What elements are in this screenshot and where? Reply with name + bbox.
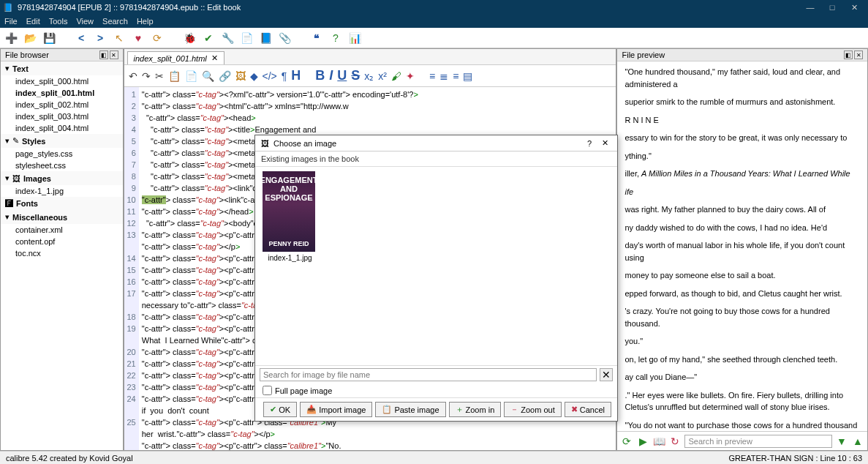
zoom-in-button[interactable]: ＋Zoom in xyxy=(449,402,502,417)
file-item[interactable]: content.opf xyxy=(1,236,123,247)
file-item[interactable]: index_split_001.html xyxy=(1,87,123,99)
pv-close-icon[interactable]: ✕ xyxy=(854,50,863,59)
menu-tools[interactable]: Tools xyxy=(49,17,68,26)
strike-icon[interactable]: S xyxy=(351,68,360,83)
tool-icon[interactable]: 🔧 xyxy=(221,31,234,45)
back-icon[interactable]: < xyxy=(75,31,88,45)
search-icon[interactable]: 🔍 xyxy=(202,70,214,82)
editor-toolbar: ↶ ↷ ✂ 📋 📄 🔍 🔗 🖼 ◆ </> ¶ H B I U S x₂ x² … xyxy=(124,65,616,87)
cancel-button[interactable]: ✖Cancel xyxy=(565,402,611,417)
paste-icon[interactable]: 📄 xyxy=(185,70,197,82)
color-icon[interactable]: ◆ xyxy=(250,70,258,82)
section-images: Images xyxy=(23,174,51,183)
refresh-icon[interactable]: ⟳ xyxy=(151,31,164,45)
clear-search-icon[interactable]: ✕ xyxy=(600,368,613,381)
menu-help[interactable]: Help xyxy=(137,17,154,26)
help-icon[interactable]: ? xyxy=(329,31,342,45)
menu-view[interactable]: View xyxy=(76,17,94,26)
underline-icon[interactable]: U xyxy=(337,68,347,83)
file-item[interactable]: page_styles.css xyxy=(1,148,123,160)
cut-icon[interactable]: ✂ xyxy=(155,70,164,82)
full-page-checkbox[interactable] xyxy=(263,386,272,395)
titlebar: 📘 9781942874904 [EPUB 2] :: 978194287490… xyxy=(0,0,868,15)
status-left: calibre 5.42 created by Kovid Goyal xyxy=(6,454,133,463)
file-item[interactable]: toc.ncx xyxy=(1,247,123,259)
down-icon[interactable]: ▼ xyxy=(835,435,848,448)
italic-icon[interactable]: I xyxy=(329,68,333,83)
file-item[interactable]: index_split_002.html xyxy=(1,99,123,111)
chart-icon[interactable]: 📊 xyxy=(348,31,361,45)
clip-icon[interactable]: 📎 xyxy=(278,31,291,45)
preview-search-input[interactable]: Search in preview xyxy=(684,435,832,448)
heart-icon[interactable]: ♥ xyxy=(132,31,145,45)
play-icon[interactable]: ▶ xyxy=(636,435,649,448)
heading-icon[interactable]: H xyxy=(291,68,301,83)
undo-icon[interactable]: ↶ xyxy=(129,70,137,82)
word-icon[interactable]: 📘 xyxy=(259,31,272,45)
editor-tabs: index_split_001.html ✕ xyxy=(124,49,616,65)
statusbar: calibre 5.42 created by Kovid Goyal GREA… xyxy=(0,451,868,464)
file-item[interactable]: index_split_000.html xyxy=(1,75,123,87)
pv-float-icon[interactable]: ◧ xyxy=(844,50,853,59)
collapse-icon[interactable]: ▾ xyxy=(5,64,10,73)
para-icon[interactable]: ¶ xyxy=(282,70,287,82)
wand-icon[interactable]: ✦ xyxy=(406,70,415,82)
file-browser-title: File browser xyxy=(5,50,49,59)
redo-icon[interactable]: ↷ xyxy=(142,70,151,82)
tab-close-icon[interactable]: ✕ xyxy=(211,53,218,63)
fb-float-icon[interactable]: ◧ xyxy=(99,50,108,59)
file-item[interactable]: index_split_003.html xyxy=(1,111,123,122)
zoom-out-button[interactable]: －Zoom out xyxy=(504,402,561,417)
menu-file[interactable]: File xyxy=(4,17,18,26)
refresh2-icon[interactable]: ↻ xyxy=(668,435,682,448)
subscript-icon[interactable]: x₂ xyxy=(364,70,374,82)
up-icon[interactable]: ↖ xyxy=(113,31,126,45)
link-icon[interactable]: 🔗 xyxy=(219,70,231,82)
align-center-icon[interactable]: ≣ xyxy=(439,70,448,82)
collapse-icon[interactable]: ▾ xyxy=(5,173,10,183)
book-icon[interactable]: 📖 xyxy=(652,435,665,448)
brush-icon[interactable]: 🖌 xyxy=(391,70,401,82)
fb-close-icon[interactable]: ✕ xyxy=(110,50,118,59)
reload-icon[interactable]: ⟳ xyxy=(620,435,633,448)
close-button[interactable]: ✕ xyxy=(843,3,865,12)
doc-icon[interactable]: 📄 xyxy=(240,31,253,45)
file-item[interactable]: container.xml xyxy=(1,224,123,236)
dialog-close-icon[interactable]: ✕ xyxy=(599,138,611,148)
align-left-icon[interactable]: ≡ xyxy=(429,70,435,82)
dialog-help-icon[interactable]: ? xyxy=(584,139,595,148)
file-item[interactable]: index_split_004.html xyxy=(1,122,123,134)
copy-icon[interactable]: 📋 xyxy=(168,70,181,82)
save-icon[interactable]: 💾 xyxy=(42,31,56,45)
file-item[interactable]: index-1_1.jpg xyxy=(1,185,123,197)
bug-icon[interactable]: 🐞 xyxy=(183,31,196,45)
new-file-icon[interactable]: ➕ xyxy=(4,31,18,45)
align-justify-icon[interactable]: ▤ xyxy=(463,70,472,82)
editor-tab[interactable]: index_split_001.html ✕ xyxy=(127,51,224,64)
forward-icon[interactable]: > xyxy=(94,31,107,45)
superscript-icon[interactable]: x² xyxy=(378,70,387,82)
ok-button[interactable]: ✔OK xyxy=(263,402,297,417)
paste-image-button[interactable]: 📋Paste image xyxy=(375,402,445,417)
image-search-input[interactable] xyxy=(260,368,597,381)
import-image-button[interactable]: 📥Import image xyxy=(300,402,372,417)
collapse-icon[interactable]: ▾ xyxy=(5,136,10,146)
check-icon[interactable]: ✔ xyxy=(202,31,215,45)
open-icon[interactable]: 📂 xyxy=(23,31,37,45)
menubar: File Edit Tools View Search Help xyxy=(0,15,868,28)
minimize-button[interactable]: — xyxy=(799,3,821,12)
section-misc: Miscellaneous xyxy=(12,213,67,222)
app-icon: 📘 xyxy=(3,3,13,12)
collapse-icon[interactable]: ▾ xyxy=(5,212,10,222)
image-thumbnail[interactable]: ENGAGEMENT AND ESPIONAGE PENNY REID inde… xyxy=(263,171,317,262)
image-icon[interactable]: 🖼 xyxy=(235,70,246,82)
bold-icon[interactable]: B xyxy=(315,68,325,83)
file-item[interactable]: stylesheet.css xyxy=(1,160,123,171)
align-right-icon[interactable]: ≡ xyxy=(453,70,458,82)
menu-search[interactable]: Search xyxy=(102,17,128,26)
up-arrow-icon[interactable]: ▲ xyxy=(851,435,864,448)
quote-icon[interactable]: ❝ xyxy=(310,31,323,45)
code-icon[interactable]: </> xyxy=(263,70,277,82)
menu-edit[interactable]: Edit xyxy=(26,17,40,26)
maximize-button[interactable]: □ xyxy=(821,3,843,12)
